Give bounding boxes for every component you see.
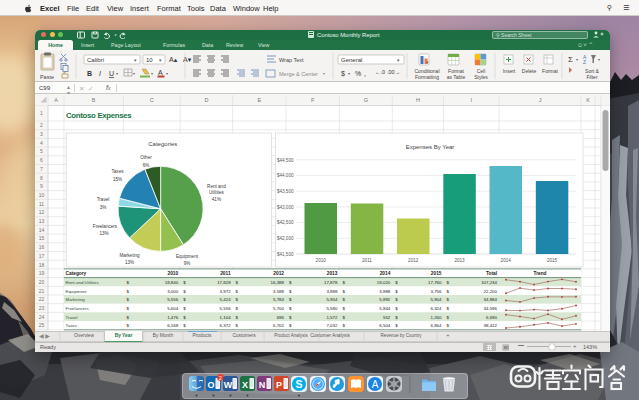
svg-text:3,972: 3,972 (220, 289, 232, 294)
svg-text:2012: 2012 (273, 271, 284, 276)
svg-text:1,260: 1,260 (431, 315, 443, 320)
svg-text:$43,000: $43,000 (277, 205, 294, 210)
svg-text:15: 15 (39, 235, 45, 241)
svg-text:24: 24 (39, 314, 45, 320)
svg-text:15%: 15% (113, 177, 122, 182)
svg-text:13: 13 (39, 218, 45, 224)
svg-text:7: 7 (40, 166, 43, 172)
svg-text:2013: 2013 (327, 271, 338, 276)
svg-text:$42,500: $42,500 (277, 220, 294, 225)
svg-text:2014: 2014 (501, 258, 512, 263)
svg-text:5,556: 5,556 (167, 297, 179, 302)
svg-text:▾: ▾ (323, 71, 325, 76)
svg-text:19: 19 (39, 270, 45, 276)
svg-text:D: D (204, 97, 208, 103)
svg-text:Insert: Insert (503, 68, 516, 74)
svg-text:General: General (341, 57, 362, 63)
svg-text:16: 16 (39, 244, 45, 250)
svg-text:11: 11 (39, 201, 44, 207)
svg-text:8: 8 (40, 175, 43, 181)
svg-text:Utilities: Utilities (209, 190, 225, 195)
svg-text:▾: ▾ (348, 71, 350, 76)
svg-text:6: 6 (40, 157, 43, 163)
svg-text:13%: 13% (125, 260, 134, 265)
svg-text:3,888: 3,888 (326, 289, 338, 294)
svg-text:6%: 6% (143, 163, 150, 168)
svg-text:,: , (364, 70, 366, 77)
svg-text:Rent and Utilities: Rent and Utilities (66, 280, 100, 285)
svg-text:B: B (92, 97, 96, 103)
svg-text:17,760: 17,760 (428, 280, 442, 285)
svg-text:5,844: 5,844 (379, 306, 391, 311)
svg-text:$: $ (341, 70, 345, 77)
svg-text:2: 2 (219, 374, 222, 380)
svg-text:5,556: 5,556 (220, 306, 232, 311)
svg-text:23: 23 (39, 305, 45, 311)
svg-text:6,372: 6,372 (220, 323, 232, 328)
svg-text:696: 696 (277, 315, 285, 320)
svg-text:6,864: 6,864 (431, 323, 443, 328)
svg-text:34,884: 34,884 (484, 297, 498, 302)
svg-text:W: W (224, 379, 233, 389)
svg-text:Merge & Center: Merge & Center (279, 71, 318, 77)
svg-text:13%: 13% (99, 231, 108, 236)
svg-text:Other: Other (140, 155, 152, 160)
svg-text:6,168: 6,168 (167, 323, 179, 328)
svg-text:Paste: Paste (40, 74, 54, 80)
svg-text:2015: 2015 (431, 271, 442, 276)
svg-text:←.0: ←.0 (375, 69, 385, 75)
svg-text:2011: 2011 (220, 271, 231, 276)
svg-text:A: A (372, 378, 379, 389)
svg-text:Categories: Categories (148, 141, 177, 147)
svg-text:A▾: A▾ (183, 56, 192, 63)
svg-text:3: 3 (40, 131, 43, 137)
svg-text:1,572: 1,572 (326, 315, 338, 320)
svg-text:34,596: 34,596 (484, 306, 498, 311)
svg-text:3%: 3% (100, 205, 107, 210)
svg-text:Trend: Trend (533, 271, 546, 276)
svg-text:Total: Total (486, 271, 497, 276)
svg-text:18: 18 (39, 262, 45, 268)
svg-text:X: X (242, 379, 248, 389)
svg-text:5,424: 5,424 (220, 297, 232, 302)
svg-text:C: C (150, 97, 154, 103)
svg-text:▾: ▾ (133, 71, 135, 76)
svg-text:Delete: Delete (522, 68, 537, 74)
svg-text:5,580: 5,580 (326, 306, 338, 311)
svg-text:.00→: .00→ (387, 69, 400, 75)
svg-text:2012: 2012 (408, 258, 419, 263)
svg-text:▾: ▾ (598, 57, 600, 62)
svg-text:$41,500: $41,500 (277, 252, 294, 257)
svg-text:3,000: 3,000 (167, 289, 179, 294)
svg-text:$44,500: $44,500 (277, 158, 294, 163)
svg-text:Travel: Travel (66, 315, 78, 320)
svg-text:12: 12 (39, 209, 45, 215)
svg-text:Marketing: Marketing (119, 253, 140, 258)
svg-text:3,756: 3,756 (431, 289, 443, 294)
svg-text:Calibri: Calibri (87, 57, 104, 63)
svg-text:2011: 2011 (362, 258, 372, 263)
svg-text:5,700: 5,700 (273, 306, 285, 311)
svg-text:I: I (99, 70, 101, 77)
svg-text:2: 2 (40, 122, 43, 128)
svg-text:2010: 2010 (316, 258, 327, 263)
svg-text:2015: 2015 (547, 258, 558, 263)
svg-text:Expenses By Year: Expenses By Year (406, 144, 455, 150)
svg-text:P: P (276, 379, 282, 389)
svg-text:Category: Category (66, 271, 87, 276)
svg-text:16,388: 16,388 (271, 280, 285, 285)
svg-text:5,892: 5,892 (379, 297, 391, 302)
svg-text:Z: Z (583, 59, 586, 65)
svg-text:1: 1 (40, 110, 43, 116)
svg-text:A: A (54, 97, 58, 103)
svg-text:▾: ▾ (576, 57, 578, 62)
svg-text:5,784: 5,784 (273, 297, 285, 302)
svg-text:Equipment: Equipment (66, 289, 88, 294)
svg-text:B: B (87, 70, 92, 77)
svg-text:O: O (207, 379, 214, 389)
svg-text:Rent and: Rent and (207, 184, 226, 189)
svg-text:Contoso Expenses: Contoso Expenses (66, 111, 132, 120)
svg-text:G: G (364, 97, 368, 103)
svg-text:1,476: 1,476 (167, 315, 179, 320)
svg-text:N: N (259, 379, 266, 389)
